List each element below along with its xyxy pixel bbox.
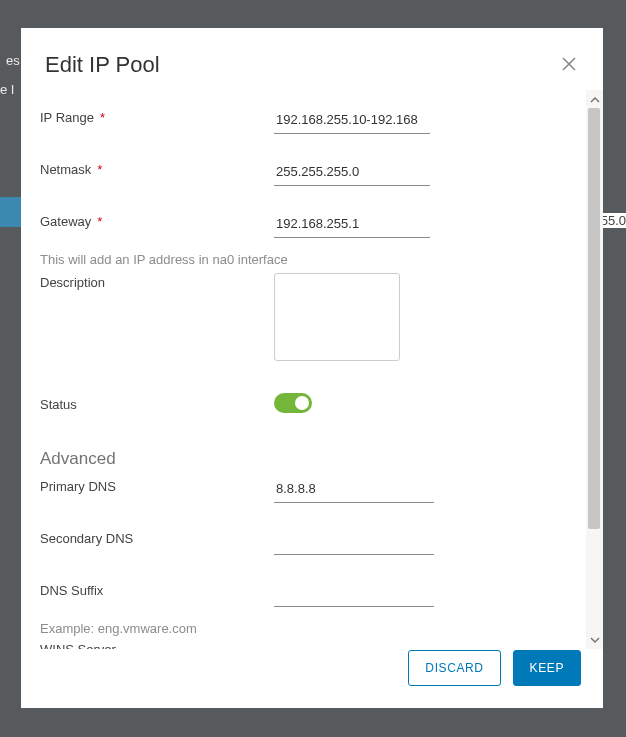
edit-ip-pool-dialog: Edit IP Pool IP Range* Netmask* Gateway* xyxy=(21,28,603,708)
dns-suffix-input[interactable] xyxy=(274,581,434,607)
row-wins-server: WINS Server xyxy=(40,638,578,649)
label-gateway: Gateway* xyxy=(40,212,274,229)
row-description: Description xyxy=(40,269,578,375)
required-icon: * xyxy=(100,110,105,125)
ip-range-input[interactable] xyxy=(274,108,430,134)
status-toggle[interactable] xyxy=(274,393,312,413)
bg-selected-row xyxy=(0,197,21,227)
scroll-up-icon[interactable] xyxy=(587,92,602,107)
keep-button[interactable]: KEEP xyxy=(513,650,581,686)
dns-suffix-example: Example: eng.vmware.com xyxy=(40,621,578,638)
label-dns-suffix: DNS Suffix xyxy=(40,581,274,598)
primary-dns-input[interactable] xyxy=(274,477,434,503)
row-gateway: Gateway* xyxy=(40,200,578,252)
dialog-footer: DISCARD KEEP xyxy=(21,649,603,708)
row-secondary-dns: Secondary DNS xyxy=(40,517,578,569)
scrollbar[interactable] xyxy=(586,90,603,649)
required-icon: * xyxy=(97,162,102,177)
bg-crumb-1: es xyxy=(6,53,20,68)
description-textarea[interactable] xyxy=(274,273,400,361)
advanced-heading: Advanced xyxy=(40,427,578,471)
gateway-help-text: This will add an IP address in na0 inter… xyxy=(40,252,578,269)
label-primary-dns: Primary DNS xyxy=(40,477,274,494)
required-icon: * xyxy=(97,214,102,229)
label-description: Description xyxy=(40,273,274,290)
netmask-input[interactable] xyxy=(274,160,430,186)
row-dns-suffix: DNS Suffix xyxy=(40,569,578,621)
close-icon[interactable] xyxy=(561,56,579,74)
secondary-dns-input[interactable] xyxy=(274,529,434,555)
row-status: Status xyxy=(40,375,578,427)
row-primary-dns: Primary DNS xyxy=(40,471,578,517)
label-secondary-dns: Secondary DNS xyxy=(40,529,274,546)
discard-button[interactable]: DISCARD xyxy=(408,650,500,686)
scroll-down-icon[interactable] xyxy=(587,632,602,647)
dialog-header: Edit IP Pool xyxy=(21,28,603,90)
label-status: Status xyxy=(40,395,274,412)
dialog-title: Edit IP Pool xyxy=(45,52,160,78)
label-ip-range: IP Range* xyxy=(40,108,274,125)
gateway-input[interactable] xyxy=(274,212,430,238)
dialog-body: IP Range* Netmask* Gateway* This will ad… xyxy=(40,90,586,649)
row-netmask: Netmask* xyxy=(40,148,578,200)
row-ip-range: IP Range* xyxy=(40,96,578,148)
label-wins-server: WINS Server xyxy=(40,640,274,649)
scrollbar-thumb[interactable] xyxy=(588,108,600,529)
bg-crumb-2: e I xyxy=(0,82,14,97)
label-netmask: Netmask* xyxy=(40,160,274,177)
